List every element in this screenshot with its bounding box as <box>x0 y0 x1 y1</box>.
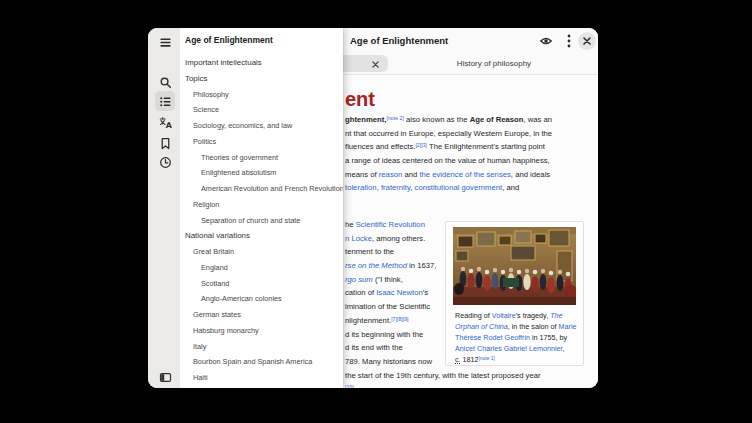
toc-item[interactable]: Religion <box>180 197 343 213</box>
toc-item[interactable]: Haiti <box>180 370 343 386</box>
article-link[interactable]: n Locke <box>345 234 372 243</box>
text-line: Anicet Charles Gabriel Lemonnier, <box>455 343 579 354</box>
article-link[interactable]: Marie <box>559 322 577 331</box>
text-line: toleration, fraternity, constitutional g… <box>345 181 552 195</box>
toc-item[interactable]: Important intellectuals <box>180 55 343 71</box>
text-segment: tenment to the <box>345 247 394 256</box>
toc-item[interactable]: Sociology, economics, and law <box>180 118 343 134</box>
tab-history-of-philosophy[interactable]: History of philosophy <box>390 55 598 72</box>
toc-item[interactable]: National variations <box>180 228 343 244</box>
text-segment: lmination of the Scientific <box>345 302 430 311</box>
text-segment: , and ideals <box>511 170 550 179</box>
close-window-icon[interactable] <box>578 32 596 50</box>
article-link[interactable]: The <box>550 311 562 320</box>
article-link[interactable]: Scientific Revolution <box>356 220 425 229</box>
toc-item[interactable]: Science <box>180 102 343 118</box>
text-segment: The Enlightenment's starting point <box>427 142 545 151</box>
toc-drawer: Age of Enlightenment Important intellect… <box>180 28 343 388</box>
text-segment: , in the salon of <box>508 322 559 331</box>
article-link[interactable]: Thérèse Rodet Geoffrin <box>455 333 530 342</box>
article-link[interactable]: reason <box>379 170 403 179</box>
text-segment: 's <box>423 288 428 297</box>
article-link[interactable]: Voltaire <box>492 311 516 320</box>
text-line: means of reason and the evidence of the … <box>345 168 552 182</box>
article-heading-fragment: ent <box>345 88 375 111</box>
text-segment: , and <box>502 183 519 192</box>
toc-item[interactable]: Philosophy <box>180 87 343 103</box>
article-link[interactable]: [2][3] <box>415 142 427 148</box>
article-link[interactable]: Orphan of China <box>455 322 508 331</box>
app-window: ent ghtenment,[note 2] also known as the… <box>148 28 598 388</box>
text-segment: nt that occurred in Europe, especially W… <box>345 129 552 138</box>
sidebar-toggle-icon[interactable] <box>155 367 175 387</box>
image-caption: Reading of Voltaire's tragedy, TheOrphan… <box>455 310 579 365</box>
toc-item[interactable]: Habsburg monarchy <box>180 323 343 339</box>
bookmark-icon[interactable] <box>155 133 175 153</box>
sidebar: A <box>148 28 180 388</box>
article-link[interactable]: the evidence of the senses <box>419 170 510 179</box>
text-segment: , among others. <box>372 234 425 243</box>
toc-item[interactable]: Theories of government <box>180 150 343 166</box>
lead-image-salon-painting[interactable] <box>453 227 576 305</box>
article-link[interactable]: [10] <box>345 384 354 388</box>
article-link[interactable]: [7][8][9] <box>391 316 408 322</box>
toc-list-icon[interactable] <box>155 91 175 111</box>
article-paragraph-1: ghtenment,[note 2] also known as the Age… <box>345 113 552 195</box>
article-link[interactable]: [note 1] <box>479 356 495 361</box>
toc-item[interactable]: Scotland <box>180 276 343 292</box>
toc-item[interactable]: Politics <box>180 134 343 150</box>
text-line: a range of ideas centered on the value o… <box>345 154 552 168</box>
tab-close-icon[interactable] <box>368 57 382 71</box>
text-segment: fluences and effects. <box>345 142 415 151</box>
article-link[interactable]: rse on the Method <box>345 261 407 270</box>
toc-item[interactable]: Separation of church and state <box>180 213 343 229</box>
article-link[interactable]: Anicet Charles Gabriel Lemonnier <box>455 344 562 353</box>
tab-label: History of philosophy <box>457 59 531 68</box>
history-clock-icon[interactable] <box>155 152 175 172</box>
text-segment: in 1755, by <box>530 333 567 342</box>
toc-item[interactable]: German states <box>180 307 343 323</box>
article-link[interactable]: constitutional government <box>415 183 503 192</box>
article-link[interactable]: rgo sum <box>345 275 373 284</box>
toc-item[interactable]: Italy <box>180 339 343 355</box>
window-title: Age of Enlightenment <box>350 28 448 54</box>
article-link[interactable]: fraternity <box>381 183 410 192</box>
text-segment: in 1637, <box>407 261 437 270</box>
text-line: fluences and effects.[2][3] The Enlighte… <box>345 140 552 154</box>
text-line: Orphan of China, in the salon of Marie <box>455 321 579 332</box>
article-link[interactable]: toleration <box>345 183 377 192</box>
text-line: the start of the 19th century, with the … <box>345 369 541 383</box>
toc-item[interactable]: England <box>180 260 343 276</box>
text-segment: Age of Reason <box>470 115 524 124</box>
kebab-menu-icon[interactable] <box>561 33 577 49</box>
toc-item[interactable]: American Revolution and French Revolutio… <box>180 181 343 197</box>
text-segment: , <box>562 344 564 353</box>
text-segment: 1812 <box>461 355 479 364</box>
toc-item[interactable]: Topics <box>180 71 343 87</box>
text-segment: the start of the 19th century, with the … <box>345 371 541 380</box>
text-line: Reading of Voltaire's tragedy, The <box>455 310 579 321</box>
text-segment: 's tragedy, <box>516 311 550 320</box>
text-segment: and <box>402 170 419 179</box>
text-segment: a range of ideas centered on the value o… <box>345 156 550 165</box>
eye-icon[interactable] <box>538 33 554 49</box>
languages-icon[interactable]: A <box>155 112 175 132</box>
text-line: Thérèse Rodet Geoffrin in 1755, by <box>455 332 579 343</box>
toc-item[interactable]: Great Britain <box>180 244 343 260</box>
toc-item[interactable]: Bourbon Spain and Spanish America <box>180 354 343 370</box>
text-line: [10] <box>345 382 541 388</box>
text-segment: 789. Many historians now <box>345 357 432 366</box>
text-line: c. 1812[note 1] <box>455 354 579 365</box>
text-segment: Reading of <box>455 311 492 320</box>
toc-item[interactable]: Anglo-American colonies <box>180 291 343 307</box>
text-segment: ghtenment, <box>345 115 386 124</box>
main-menu-icon[interactable] <box>155 32 175 52</box>
text-line: ghtenment,[note 2] also known as the Age… <box>345 113 552 127</box>
toc-item[interactable]: Enlightened absolutism <box>180 165 343 181</box>
article-link[interactable]: Isaac Newton <box>376 288 423 297</box>
text-segment: he <box>345 220 356 229</box>
search-icon[interactable] <box>155 72 175 92</box>
article-link[interactable]: [note 2] <box>386 115 403 121</box>
text-line: nt that occurred in Europe, especially W… <box>345 127 552 141</box>
text-segment: ("I think, <box>373 275 403 284</box>
